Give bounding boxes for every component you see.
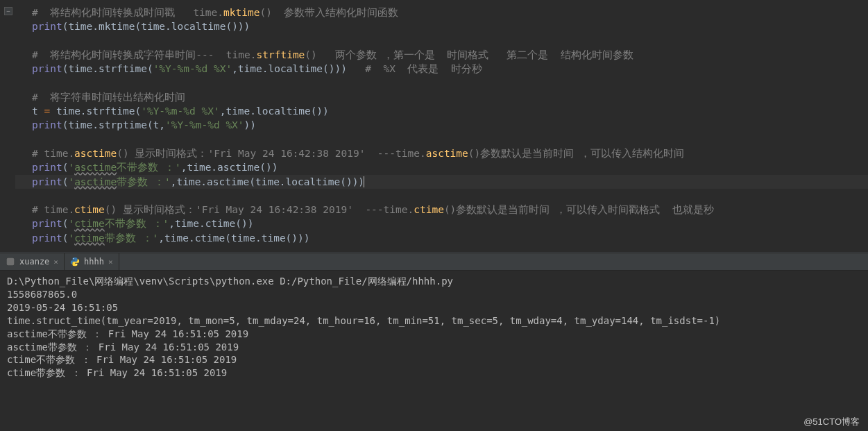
code-editor[interactable]: − # 将结构化时间转换成时间戳 time.mktime() 参数带入结构化时间… <box>0 0 868 252</box>
code-line[interactable]: # time.ctime() 显示时间格式：'Fri May 24 16:42:… <box>15 203 868 217</box>
code-blank-line[interactable] <box>15 189 868 203</box>
code-token: asctime <box>217 162 259 173</box>
code-token: time <box>238 63 262 74</box>
code-token: ctime <box>205 218 236 229</box>
console-tab[interactable]: xuanze× <box>0 253 65 270</box>
code-token: time <box>141 21 165 32</box>
code-token: ' <box>68 176 74 187</box>
code-token: ctime <box>74 233 105 244</box>
code-line[interactable]: print(time.mktime(time.localtime())) <box>15 19 868 33</box>
code-token: 带参数 ： <box>105 233 153 244</box>
code-token: () 显示时间格式：'Fri May 24 16:42:38 2019' ---… <box>117 148 425 159</box>
code-token: , <box>169 218 175 229</box>
code-token: () 参数带入结构化时间函数 <box>259 7 398 18</box>
code-token: time <box>225 105 250 117</box>
code-line[interactable]: # time.asctime() 显示时间格式：'Fri May 24 16:4… <box>15 146 868 160</box>
console-line: ctime不带参数 ： Fri May 24 16:51:05 2019 <box>7 353 861 366</box>
code-token: time <box>68 21 92 32</box>
code-blank-line[interactable] <box>15 133 868 146</box>
code-token: # %X 代表是 时分秒 <box>365 63 482 74</box>
code-token: ())) <box>323 63 347 74</box>
console-line: time.struct_time(tm_year=2019, tm_mon=5,… <box>7 314 861 328</box>
code-token: . <box>199 218 205 229</box>
close-icon[interactable]: × <box>108 257 113 267</box>
code-token: ())) <box>225 21 250 32</box>
console-line: 1558687865.0 <box>7 288 861 301</box>
code-token: localtime <box>256 105 311 117</box>
svg-point-2 <box>76 264 77 265</box>
console-line: ctime带参数 ： Fri May 24 16:51:05 2019 <box>7 366 861 380</box>
code-token: localtime <box>286 176 341 187</box>
text-caret <box>364 176 364 187</box>
code-token: ctime <box>195 233 225 244</box>
code-token: ( <box>135 105 141 117</box>
code-token: 带参数 ： <box>117 176 164 187</box>
code-token: mktime <box>99 21 135 32</box>
code-token: () 显示时间格式：'Fri May 24 16:42:38 2019' ---… <box>105 204 414 215</box>
code-line[interactable]: print(time.strftime('%Y-%m-%d %X',time.l… <box>15 62 868 76</box>
code-line[interactable]: print('ctime带参数 ：',time.ctime(time.time(… <box>15 231 868 245</box>
code-line[interactable]: # 将结构化时间转换成时间戳 time.mktime() 参数带入结构化时间函数 <box>15 6 868 19</box>
console-line: 2019-05-24 16:51:05 <box>7 301 861 314</box>
tab-label: hhhh <box>84 257 104 267</box>
code-token: . <box>255 233 262 244</box>
console-tab[interactable]: hhhh× <box>65 253 119 270</box>
code-token: . <box>92 21 99 32</box>
code-token: # 将字符串时间转出结构化时间 <box>32 92 185 103</box>
code-token: localtime <box>171 21 226 32</box>
code-token: '%Y-%m-%d %X' <box>141 105 220 117</box>
svg-point-1 <box>73 258 74 259</box>
code-token: ()) <box>311 105 329 117</box>
code-token: time <box>231 233 255 244</box>
code-line[interactable]: print('asctime带参数 ：',time.asctime(time.l… <box>15 175 868 189</box>
code-token: print <box>32 162 62 173</box>
code-token: time. <box>193 7 223 18</box>
code-line[interactable]: print('ctime不带参数 ：',time.ctime()) <box>15 217 868 230</box>
code-line[interactable]: # 将字符串时间转出结构化时间 <box>15 90 868 104</box>
code-token: time <box>187 162 211 173</box>
code-token: # 将结构化时间转换成时间戳 <box>32 7 193 18</box>
code-token: time <box>262 233 286 244</box>
code-line[interactable]: print('asctime不带参数 ：',time.asctime()) <box>15 160 868 174</box>
console-output[interactable]: D:\Python_File\网络编程\venv\Scripts\python.… <box>0 271 868 384</box>
code-token: . <box>280 176 286 187</box>
code-token: print <box>32 218 62 229</box>
code-token: 不带参数 ： <box>105 218 163 229</box>
code-token: . <box>211 162 217 173</box>
python-file-icon <box>70 257 80 267</box>
code-token: strftime <box>99 63 147 74</box>
code-token: . <box>92 119 99 130</box>
code-token: strptime <box>99 119 147 130</box>
code-token: ctime <box>74 218 105 229</box>
code-line[interactable]: # 将结构化时间转换成字符串时间--- time.strftime() 两个参数… <box>15 48 868 62</box>
console-line: asctime不带参数 ： Fri May 24 16:51:05 2019 <box>7 328 861 341</box>
code-token: strftime <box>87 105 135 117</box>
code-blank-line[interactable] <box>15 76 868 90</box>
code-token <box>347 63 365 74</box>
code-line[interactable]: t = time.strftime('%Y-%m-%d %X',time.loc… <box>15 104 868 118</box>
code-token: time <box>175 218 199 229</box>
fold-gutter-icon[interactable]: − <box>4 7 12 15</box>
code-token: . <box>250 105 256 117</box>
code-token: ()参数默认是当前时间 ，可以传入时间戳格式 也就是秒 <box>444 204 714 215</box>
code-token: ()) <box>235 218 253 229</box>
code-token: asctime <box>74 148 117 159</box>
code-line[interactable]: print(time.strptime(t,'%Y-%m-%d %X')) <box>15 118 868 132</box>
close-icon[interactable]: × <box>53 257 58 267</box>
code-blank-line[interactable] <box>15 34 868 48</box>
code-token: print <box>32 63 62 74</box>
code-token: asctime <box>207 176 249 187</box>
code-token: = <box>44 105 56 117</box>
code-token: ())) <box>340 176 364 187</box>
code-token: ( <box>147 63 153 74</box>
code-token: , <box>232 63 238 74</box>
code-token: print <box>32 176 62 187</box>
code-token: ( <box>147 119 153 130</box>
code-token: print <box>32 21 62 32</box>
code-token: ())) <box>286 233 310 244</box>
code-token: ' <box>68 218 74 229</box>
code-token: time <box>164 233 189 244</box>
code-token: . <box>201 176 207 187</box>
code-token: ( <box>249 176 255 187</box>
code-token: ( <box>135 21 141 32</box>
